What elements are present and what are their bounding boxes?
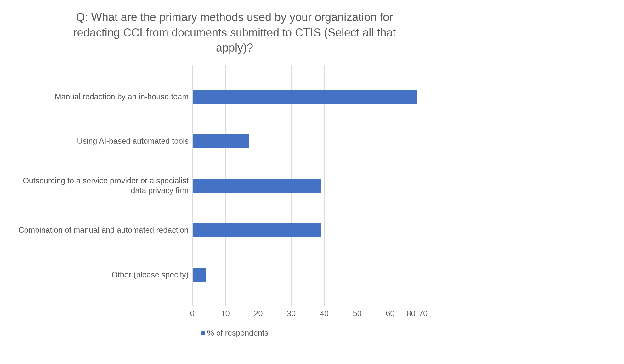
bars-group	[193, 65, 456, 306]
bar	[193, 134, 249, 148]
plot-row: Manual redaction by an in-house team Usi…	[13, 65, 456, 306]
bar-slot	[193, 208, 456, 252]
chart-container: Q: What are the primary methods used by …	[3, 3, 466, 344]
y-axis-labels: Manual redaction by an in-house team Usi…	[13, 65, 192, 306]
chart-title: Q: What are the primary methods used by …	[13, 10, 456, 65]
bar	[193, 90, 417, 104]
bar	[193, 268, 206, 282]
category-label: Combination of manual and automated reda…	[13, 208, 192, 252]
legend: % of respondents	[13, 319, 456, 338]
legend-swatch-icon	[201, 331, 205, 335]
x-axis: 0 10 20 30 40 50 60 7080	[192, 306, 456, 319]
legend-label: % of respondents	[207, 328, 269, 338]
bar-slot	[193, 75, 456, 119]
category-label: Outsourcing to a service provider or a s…	[13, 164, 192, 208]
bar-slot	[193, 164, 456, 208]
chart-body: Manual redaction by an in-house team Usi…	[13, 65, 456, 338]
category-label: Other (please specify)	[13, 253, 192, 297]
plot-area	[192, 65, 456, 306]
category-label: Using AI-based automated tools	[13, 119, 192, 163]
bar-slot	[193, 253, 456, 297]
category-label: Manual redaction by an in-house team	[13, 75, 192, 119]
bar	[193, 223, 321, 237]
bar	[193, 179, 321, 193]
bar-slot	[193, 119, 456, 163]
